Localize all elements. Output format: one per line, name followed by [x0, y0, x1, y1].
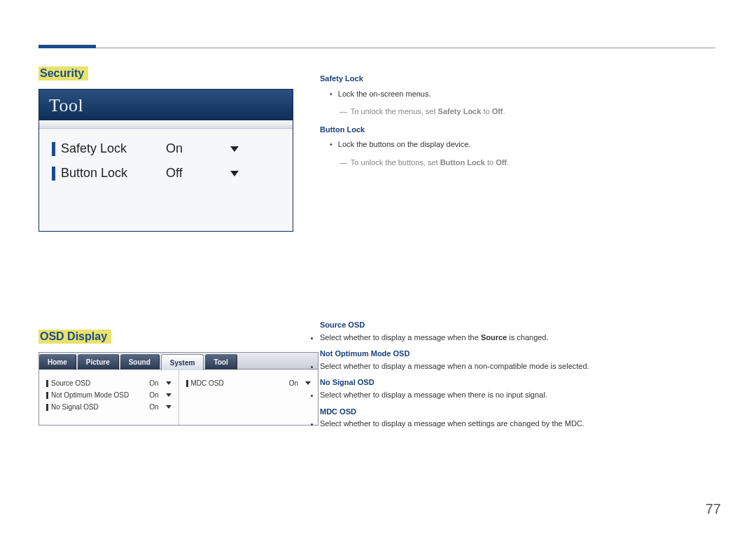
chevron-down-icon [230, 171, 239, 176]
tool-row-label: Safety Lock [61, 141, 166, 156]
tool-screenshot-body: Safety Lock On Button Lock Off [39, 129, 293, 231]
row-indicator [52, 167, 55, 181]
mdc-osd-title: MDC OSD [320, 406, 712, 419]
note-text: to [481, 107, 491, 115]
mdc-osd-value: On [289, 379, 298, 387]
note-text: to [485, 158, 496, 167]
row-indicator [186, 380, 188, 387]
row-indicator [52, 142, 55, 156]
no-signal-title: No Signal OSD [320, 377, 712, 389]
no-signal-value: On [149, 403, 158, 411]
source-osd-bullet: Select whether to display a message when… [320, 332, 712, 344]
button-lock-bullet: Lock the buttons on the display device. [330, 139, 712, 151]
tool-row-safety-lock: Safety Lock On [52, 141, 283, 156]
note-text: . [503, 107, 505, 115]
button-lock-select[interactable]: Off [166, 166, 243, 181]
tab-home[interactable]: Home [39, 354, 76, 370]
tool-screenshot-title: Tool [39, 90, 293, 122]
osd-body: Source OSD On Not Optimum Mode OSD On [39, 370, 318, 425]
tool-row-label: Button Lock [61, 166, 166, 181]
osd-tabs: Home Picture Sound System Tool [39, 353, 318, 370]
source-osd-select[interactable]: On [149, 379, 171, 387]
header-rule [38, 48, 715, 48]
row-indicator [46, 404, 48, 411]
button-lock-note: ― To unlock the buttons, set Button Lock… [340, 157, 712, 169]
note-bold: Button Lock [440, 158, 485, 167]
not-optimum-value: On [149, 391, 158, 399]
no-signal-bullet: Select whether to display a message when… [320, 389, 712, 402]
mdc-osd-bullet: Select whether to display a message when… [320, 418, 712, 430]
safety-lock-title: Safety Lock [320, 73, 712, 85]
source-osd-title: Source OSD [320, 319, 712, 332]
osd-row-source: Source OSD On [46, 379, 172, 387]
tab-picture[interactable]: Picture [78, 354, 119, 370]
bullet-text: is changed. [507, 333, 548, 342]
bullet-text: Select whether to display a message when… [320, 333, 481, 342]
osd-col-right: MDC OSD On [179, 370, 318, 425]
osd-row-mdc: MDC OSD On [186, 379, 312, 387]
chevron-down-icon [230, 146, 239, 152]
tool-screenshot: Tool Safety Lock On Button Lock Off [38, 89, 293, 232]
row-indicator [46, 392, 48, 399]
osd-row-label: Source OSD [51, 379, 149, 387]
osd-row-label: MDC OSD [191, 379, 289, 387]
not-optimum-bullet: Select whether to display a message when… [320, 360, 712, 373]
osd-col-left: Source OSD On Not Optimum Mode OSD On [39, 370, 179, 425]
osd-row-label: Not Optimum Mode OSD [51, 391, 149, 399]
chevron-down-icon [166, 393, 172, 397]
tool-screenshot-subbar [39, 122, 293, 129]
osd-heading: OSD Display [38, 330, 111, 344]
security-section: Security Tool Safety Lock On Button Lock [38, 66, 298, 232]
not-optimum-select[interactable]: On [149, 391, 171, 399]
note-bold: Off [492, 107, 503, 115]
note-dash-icon: ― [340, 158, 346, 167]
button-lock-value: Off [166, 166, 183, 181]
note-text: To unlock the menus, set [351, 107, 438, 115]
note-text: To unlock the buttons, set [351, 158, 440, 167]
osd-descriptions: Source OSD Select whether to display a m… [320, 315, 712, 430]
safety-lock-note: ― To unlock the menus, set Safety Lock t… [340, 106, 712, 118]
not-optimum-title: Not Optimum Mode OSD [320, 348, 712, 360]
osd-screenshot: Home Picture Sound System Tool Source OS… [38, 352, 318, 426]
osd-section: OSD Display Home Picture Sound System To… [38, 330, 298, 426]
note-text: . [507, 158, 509, 167]
source-osd-value: On [149, 379, 158, 387]
chevron-down-icon [166, 405, 172, 409]
tool-row-button-lock: Button Lock Off [52, 166, 283, 181]
tab-tool[interactable]: Tool [205, 354, 237, 370]
chevron-down-icon [305, 381, 311, 385]
tab-system[interactable]: System [161, 354, 204, 370]
safety-lock-bullet: Lock the on-screen menus. [330, 88, 712, 101]
tab-sound[interactable]: Sound [120, 354, 160, 370]
safety-lock-select[interactable]: On [166, 141, 243, 156]
no-signal-select[interactable]: On [149, 403, 171, 411]
security-descriptions: Safety Lock Lock the on-screen menus. ― … [320, 69, 712, 175]
button-lock-title: Button Lock [320, 124, 712, 136]
row-indicator [46, 380, 48, 387]
note-bold: Safety Lock [438, 107, 482, 115]
osd-row-label: No Signal OSD [51, 403, 149, 411]
security-heading: Security [38, 66, 88, 80]
note-bold: Off [496, 158, 507, 167]
page-number: 77 [706, 501, 721, 517]
bullet-bold: Source [481, 333, 507, 342]
safety-lock-value: On [166, 141, 183, 156]
left-column: Security Tool Safety Lock On Button Lock [38, 66, 298, 426]
mdc-osd-select[interactable]: On [289, 379, 311, 387]
osd-row-no-signal: No Signal OSD On [46, 403, 172, 411]
chevron-down-icon [166, 381, 172, 385]
note-dash-icon: ― [340, 107, 346, 115]
header-accent [38, 45, 96, 48]
osd-row-not-optimum: Not Optimum Mode OSD On [46, 391, 172, 399]
